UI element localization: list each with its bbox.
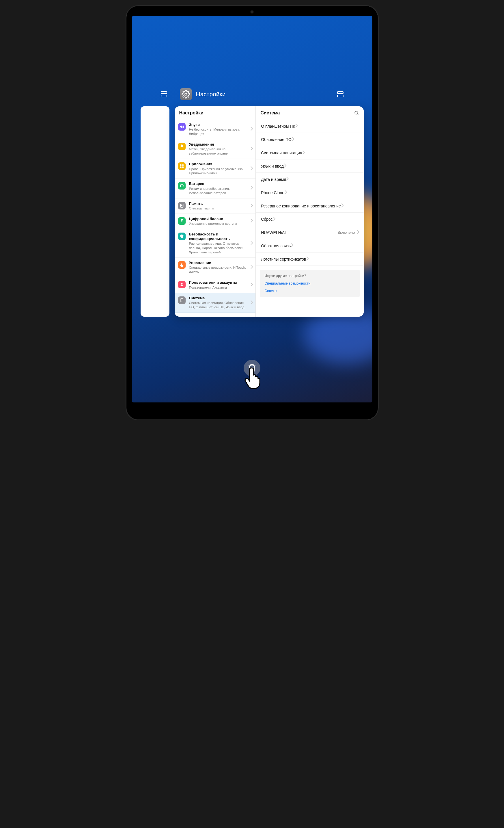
system-row-value: Включено (338, 230, 357, 235)
system-row-label: HUAWEI HiAI (261, 230, 286, 235)
chevron-right-icon (250, 265, 253, 270)
settings-item-gesture[interactable]: УправлениеСпециальные возможности, HiTou… (175, 258, 256, 277)
settings-item-users[interactable]: Пользователи и аккаунтыПользователи, Акк… (175, 277, 256, 293)
settings-item-title: Цифровой баланс (189, 217, 247, 221)
system-row-label: Обновление ПО (261, 137, 291, 142)
system-row-label: Сброс (261, 217, 273, 221)
security-icon (178, 233, 186, 240)
recent-card-prev[interactable] (141, 106, 170, 317)
chevron-right-icon (291, 243, 293, 248)
system-row-label: Язык и ввод (261, 164, 284, 168)
chevron-right-icon (302, 150, 305, 155)
settings-item-sub: Очистка памяти (189, 206, 247, 211)
settings-item-sub: Управление временем доступа (189, 221, 247, 226)
system-row-label: Обратная связь (261, 244, 291, 248)
settings-item-title: Управление (189, 260, 247, 265)
svg-rect-4 (182, 167, 184, 168)
more-prompt: Ищете другие настройки? (264, 274, 355, 278)
chevron-right-icon (286, 177, 289, 182)
search-icon[interactable] (354, 110, 359, 116)
system-row[interactable]: HUAWEI HiAIВключено (256, 226, 363, 239)
svg-rect-3 (180, 167, 182, 168)
settings-item-title: Пользователи и аккаунты (189, 280, 247, 285)
settings-app-icon[interactable] (180, 88, 192, 100)
settings-item-sub: Распознавание лица, Отпечаток пальца, Па… (189, 242, 247, 254)
clear-all-button[interactable] (244, 360, 260, 376)
settings-item-title: Система (189, 296, 247, 300)
settings-item-balance[interactable]: Цифровой балансУправление временем досту… (175, 214, 256, 229)
screen: Настройки Настройки ЗвукиНе беспокоить, … (132, 16, 372, 403)
system-row-label: Резервное копирование и восстановление (261, 204, 341, 208)
chevron-right-icon (250, 186, 253, 191)
system-row[interactable]: О планшетном ПК (256, 120, 363, 133)
settings-item-sub: Пользователи, Аккаунты (189, 285, 247, 290)
system-row[interactable]: Логотипы сертификатов (256, 252, 363, 266)
settings-item-security[interactable]: Безопасность и конфиденциальностьРаспозн… (175, 229, 256, 258)
split-left-icon[interactable] (161, 91, 167, 97)
chevron-right-icon (284, 190, 287, 195)
settings-header: Настройки (175, 106, 256, 120)
settings-item-battery[interactable]: БатареяРежим энергосбережения, Использов… (175, 178, 256, 198)
settings-item-notif[interactable]: УведомленияМетки, Уведомления на заблоки… (175, 139, 256, 159)
chevron-right-icon (284, 164, 287, 168)
chevron-right-icon (341, 203, 344, 208)
settings-item-title: Уведомления (189, 142, 247, 147)
system-row[interactable]: Системная навигация (256, 146, 363, 159)
system-row[interactable]: Обновление ПО (256, 133, 363, 146)
apps-icon (178, 162, 186, 170)
settings-pane: Настройки ЗвукиНе беспокоить, Мелодия вы… (175, 106, 256, 317)
svg-rect-2 (182, 164, 184, 166)
system-row[interactable]: Язык и ввод (256, 160, 363, 173)
chevron-right-icon (250, 147, 253, 152)
system-row[interactable]: Phone Clone (256, 186, 363, 199)
chevron-right-icon (273, 217, 276, 221)
svg-point-10 (181, 283, 182, 285)
notif-icon (178, 143, 186, 150)
svg-line-14 (357, 114, 358, 115)
svg-rect-1 (180, 164, 182, 166)
settings-item-storage[interactable]: ПамятьОчистка памяти (175, 199, 256, 214)
chevron-right-icon (250, 203, 253, 208)
chevron-right-icon (357, 230, 360, 235)
chevron-right-icon (306, 256, 309, 261)
chevron-right-icon (291, 137, 294, 142)
settings-item-title: Приложения (189, 162, 247, 166)
settings-item-sound[interactable]: ЗвукиНе беспокоить, Мелодия вызова, Вибр… (175, 120, 256, 139)
battery-icon (178, 182, 186, 190)
recents-bar: Настройки (132, 88, 372, 100)
settings-item-sub: Специальные возможности, HiTouch, Жесты (189, 265, 247, 274)
system-icon (178, 296, 186, 304)
system-row-label: Phone Clone (261, 191, 284, 195)
system-row[interactable]: Сброс (256, 213, 363, 225)
sound-icon (178, 123, 186, 131)
chevron-right-icon (250, 127, 253, 132)
system-row[interactable]: Резервное копирование и восстановление (256, 199, 363, 213)
system-row-label: Дата и время (261, 177, 286, 182)
chevron-right-icon (250, 166, 253, 171)
chevron-right-icon (250, 219, 253, 223)
link-accessibility[interactable]: Специальные возможности (264, 281, 355, 285)
users-icon (178, 281, 186, 288)
recent-card-settings[interactable]: Настройки ЗвукиНе беспокоить, Мелодия вы… (175, 106, 364, 317)
chevron-right-icon (250, 300, 253, 305)
svg-rect-5 (180, 184, 183, 187)
system-pane: Система О планшетном ПКОбновление ПОСист… (256, 106, 363, 317)
chevron-right-icon (250, 241, 253, 246)
svg-point-12 (182, 301, 182, 301)
link-tips[interactable]: Советы (264, 289, 355, 293)
system-row-label: Логотипы сертификатов (261, 257, 306, 261)
storage-icon (178, 202, 186, 209)
system-row[interactable]: Обратная связь (256, 239, 363, 252)
settings-item-title: Звуки (189, 123, 247, 127)
settings-item-title: Память (189, 201, 247, 206)
settings-item-apps[interactable]: ПриложенияПрава, Приложения по умолчанию… (175, 159, 256, 178)
settings-item-sub: Не беспокоить, Мелодия вызова, Вибрация (189, 127, 247, 136)
settings-item-title: Батарея (189, 181, 247, 186)
system-row[interactable]: Дата и время (256, 173, 363, 186)
app-title: Настройки (196, 91, 226, 98)
split-right-icon[interactable] (337, 91, 343, 97)
svg-point-0 (185, 93, 187, 95)
system-row-label: Системная навигация (261, 151, 302, 155)
system-row-label: О планшетном ПК (261, 124, 295, 129)
settings-item-system[interactable]: СистемаСистемная навигация, Обновление П… (175, 293, 256, 313)
